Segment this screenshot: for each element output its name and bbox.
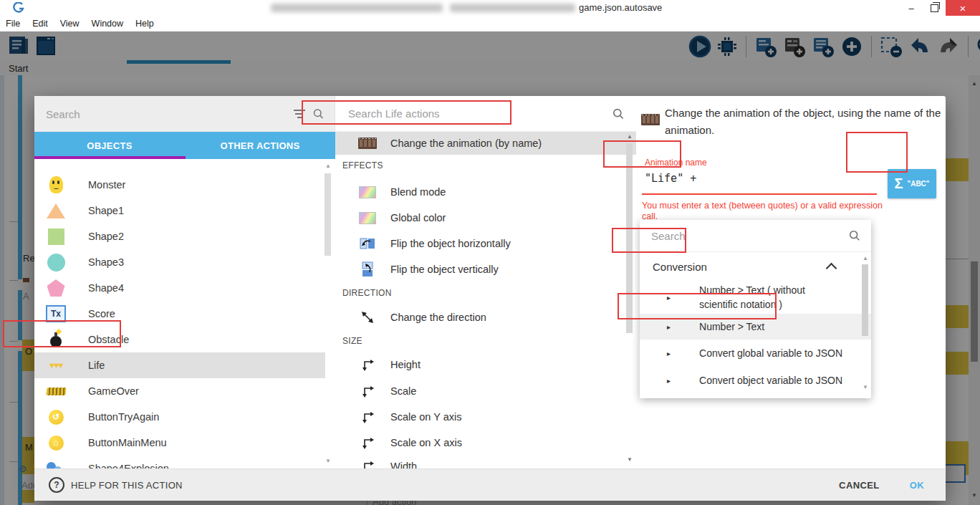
- expression-builder-button[interactable]: Σ "ABC": [888, 169, 936, 198]
- tab-objects[interactable]: OBJECTS: [34, 132, 185, 159]
- circle-icon: [47, 254, 65, 271]
- actions-search-input[interactable]: [347, 107, 605, 120]
- gameover-icon: [46, 388, 66, 395]
- blurred-path-segment: [450, 4, 575, 12]
- filter-icon[interactable]: [294, 110, 305, 118]
- action-item-scale[interactable]: Scale: [335, 378, 622, 404]
- section-header-size: SIZE: [342, 336, 362, 346]
- film-icon: [641, 114, 660, 125]
- object-item-shape4explosion[interactable]: Shape4Explosion: [34, 456, 325, 468]
- menu-view[interactable]: View: [60, 19, 80, 29]
- restore-icon: [931, 4, 938, 12]
- home-button-icon: ⌂: [49, 436, 64, 451]
- object-item-buttonmainmenu[interactable]: ⌂ButtonMainMenu: [34, 430, 325, 456]
- object-item-shape4[interactable]: Shape4: [34, 275, 325, 301]
- picker-scroll-down-icon[interactable]: ▼: [863, 385, 868, 390]
- action-item-flip-horizontal[interactable]: Flip the object horizontally: [335, 231, 622, 256]
- actions-scroll-down-icon[interactable]: ▼: [627, 457, 633, 463]
- object-item-shape3[interactable]: Shape3: [34, 249, 325, 275]
- ok-button[interactable]: OK: [903, 476, 931, 495]
- input-error-underline: [642, 193, 877, 195]
- help-for-action-link[interactable]: ? HELP FOR THIS ACTION: [49, 477, 183, 493]
- menu-window[interactable]: Window: [92, 19, 123, 29]
- picker-item-object-variable-json[interactable]: ▸ Convert object variable to JSON: [640, 367, 871, 394]
- actions-scroll-thumb[interactable]: [626, 143, 633, 333]
- film-icon: [358, 138, 377, 149]
- object-item-shape1[interactable]: Shape1: [34, 198, 325, 223]
- chevron-right-icon: ▸: [667, 294, 671, 302]
- blurred-path-segment: [271, 4, 443, 12]
- picker-scroll-up-icon[interactable]: ▲: [863, 256, 868, 261]
- pentagon-icon: [47, 279, 65, 297]
- close-button[interactable]: ×: [946, 0, 980, 16]
- close-icon: ×: [960, 2, 966, 14]
- action-description: Change the animation of the object, usin…: [665, 105, 944, 139]
- action-item-blend-mode[interactable]: Blend mode: [335, 179, 622, 205]
- action-item-height[interactable]: Height: [335, 352, 622, 377]
- picker-scroll-thumb[interactable]: [862, 264, 868, 336]
- title-bar: game.json.autosave – ×: [0, 0, 980, 16]
- search-icon: [612, 107, 625, 121]
- picker-item-global-variable-json[interactable]: ▸ Convert global variable to JSON: [640, 340, 871, 367]
- minimize-icon: –: [908, 3, 913, 14]
- field-label: Animation name: [645, 158, 707, 168]
- explosion-icon: [47, 462, 65, 468]
- action-item-global-color[interactable]: Global color: [335, 205, 622, 231]
- objects-scroll-thumb[interactable]: [325, 173, 331, 256]
- object-item-gameover[interactable]: GameOver: [34, 378, 325, 404]
- tab-other-actions[interactable]: OTHER ACTIONS: [185, 132, 335, 159]
- restore-button[interactable]: [923, 0, 946, 16]
- object-item-buttontryagain[interactable]: ↺ButtonTryAgain: [34, 404, 325, 430]
- monster-icon: [49, 176, 63, 193]
- expression-picker-popup: Conversion ▸ Number > Text ( without sci…: [640, 220, 871, 398]
- action-item-flip-vertical[interactable]: Flip the object vertically: [335, 256, 622, 282]
- object-item-monster[interactable]: Monster: [34, 172, 325, 198]
- section-header-effects: EFFECTS: [342, 160, 383, 170]
- action-item-change-animation[interactable]: Change the animation (by name): [335, 132, 636, 155]
- resize-icon: [361, 358, 375, 372]
- animation-name-input[interactable]: "Life" +: [645, 172, 845, 185]
- picker-group-conversion[interactable]: Conversion: [640, 252, 871, 281]
- app-content: Start Re A O M ▲ ▼ ⚙: [0, 32, 980, 505]
- action-item-change-direction[interactable]: Change the direction: [335, 304, 622, 330]
- picker-search-input[interactable]: [650, 229, 842, 243]
- search-icon: [312, 107, 325, 121]
- gdevelop-logo-icon: [13, 2, 24, 14]
- bomb-icon: [50, 336, 62, 347]
- sigma-icon: Σ: [894, 175, 903, 192]
- object-item-life[interactable]: ♥♥♥Life: [34, 352, 325, 378]
- error-message: You must enter a text (between quotes) o…: [642, 201, 889, 222]
- menu-bar: File Edit View Window Help: [0, 16, 980, 32]
- resize-icon: [361, 436, 375, 450]
- minimize-button[interactable]: –: [900, 0, 923, 16]
- menu-edit[interactable]: Edit: [32, 19, 48, 29]
- dialog-footer: ? HELP FOR THIS ACTION CANCEL OK: [34, 468, 946, 501]
- expression-button-label: "ABC": [907, 180, 929, 188]
- flip-horizontal-icon: [360, 236, 375, 251]
- objects-scroll-up-icon[interactable]: ▲: [325, 163, 331, 169]
- chevron-right-icon: ▸: [667, 350, 671, 357]
- picker-search-bar: [640, 220, 871, 252]
- text-object-icon: Tx: [46, 305, 66, 322]
- action-item-scale-x[interactable]: Scale on X axis: [335, 430, 622, 456]
- menu-file[interactable]: File: [6, 19, 20, 29]
- object-item-shape2[interactable]: Shape2: [34, 223, 325, 249]
- action-editor-dialog: OBJECTS OTHER ACTIONS Monster Shape1 Sha…: [34, 96, 946, 500]
- cancel-button[interactable]: CANCEL: [832, 476, 887, 495]
- menu-help[interactable]: Help: [135, 19, 154, 29]
- global-color-icon: [359, 212, 376, 224]
- flip-vertical-icon: [360, 261, 375, 277]
- group-label: Conversion: [653, 261, 707, 273]
- resize-icon: [361, 385, 375, 398]
- objects-tab-bar: OBJECTS OTHER ACTIONS: [34, 132, 335, 159]
- picker-item-number-text-noscientific[interactable]: ▸ Number > Text ( without scientific not…: [640, 281, 871, 314]
- action-item-scale-y[interactable]: Scale on Y axis: [335, 404, 622, 430]
- objects-search-input[interactable]: [44, 107, 287, 121]
- resize-icon: [361, 410, 375, 424]
- objects-scroll-down-icon[interactable]: ▼: [325, 458, 331, 464]
- chevron-right-icon: ▸: [667, 377, 671, 385]
- picker-item-number-text[interactable]: ▸ Number > Text: [640, 314, 871, 340]
- object-item-score[interactable]: TxScore: [34, 301, 325, 327]
- object-item-obstacle[interactable]: Obstacle: [34, 327, 325, 352]
- actions-scroll-up-icon[interactable]: ▲: [627, 134, 633, 140]
